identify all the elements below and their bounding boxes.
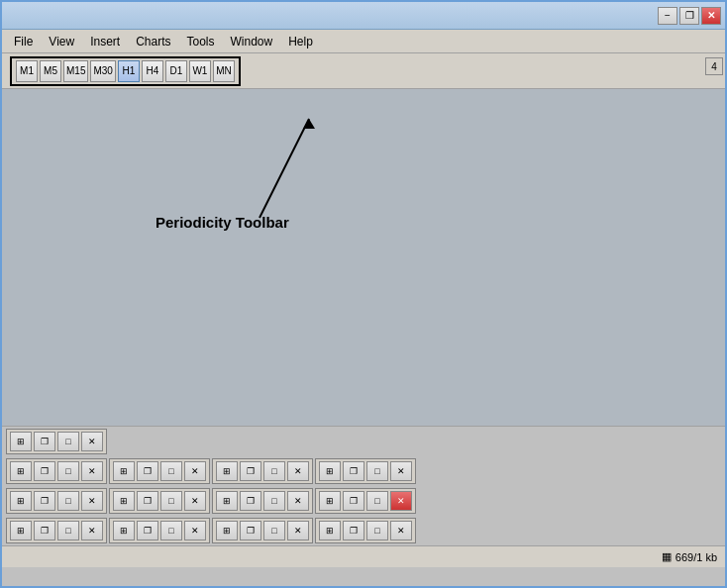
minimize-btn[interactable]: □ <box>57 491 79 511</box>
tab-group-4-3: ⊞ ❐ □ ✕ <box>212 518 313 543</box>
restore-btn[interactable]: ❐ <box>137 521 158 540</box>
restore-btn[interactable]: ❐ <box>343 521 364 540</box>
close-btn[interactable]: ✕ <box>81 521 103 540</box>
tab-group-4-4: ⊞ ❐ □ ✕ <box>315 518 416 543</box>
chart-icon-btn[interactable]: ⊞ <box>10 491 32 511</box>
restore-btn[interactable]: ❐ <box>240 521 261 540</box>
restore-btn[interactable]: ❐ <box>240 461 261 481</box>
window-controls: − ❐ ✕ <box>658 7 721 25</box>
minimize-button[interactable]: − <box>658 7 677 25</box>
minimize-btn[interactable]: □ <box>160 461 182 481</box>
menu-item-tools[interactable]: Tools <box>179 33 223 50</box>
minimize-btn[interactable]: □ <box>263 521 285 540</box>
restore-btn[interactable]: ❐ <box>34 491 55 511</box>
periodicity-toolbar: M1M5M15M30H1H4D1W1MN <box>10 56 241 86</box>
taskbar-row-3: ⊞ ❐ □ ✕ ⊞ ❐ □ ✕ ⊞ ❐ □ ✕ ⊞ ❐ □ ✕ <box>2 486 725 516</box>
tab-group: ⊞ ❐ □ ✕ <box>6 429 107 454</box>
restore-btn[interactable]: ❐ <box>137 461 158 481</box>
minimize-btn[interactable]: □ <box>160 521 182 540</box>
close-btn[interactable]: ✕ <box>81 461 103 481</box>
minimize-btn[interactable]: □ <box>366 521 388 540</box>
close-btn[interactable]: ✕ <box>184 461 206 481</box>
toolbar-badge: 4 <box>705 57 723 75</box>
chart-icon-btn[interactable]: ⊞ <box>216 491 238 511</box>
chart-icon-btn[interactable]: ⊞ <box>113 461 135 481</box>
close-btn[interactable]: ✕ <box>287 521 309 540</box>
period-btn-m5[interactable]: M5 <box>40 60 61 82</box>
close-btn[interactable]: ✕ <box>390 521 412 540</box>
tab-group-3-1: ⊞ ❐ □ ✕ <box>6 488 107 514</box>
tab-group-2-2: ⊞ ❐ □ ✕ <box>109 458 210 484</box>
close-red-btn[interactable]: ✕ <box>390 491 412 511</box>
chart-icon-btn[interactable]: ⊞ <box>10 432 32 451</box>
menu-item-window[interactable]: Window <box>223 33 281 50</box>
minimize-btn[interactable]: □ <box>263 491 285 511</box>
chart-icon-btn[interactable]: ⊞ <box>10 461 32 481</box>
minimize-btn[interactable]: □ <box>57 432 79 451</box>
tab-group-4-1: ⊞ ❐ □ ✕ <box>6 518 107 543</box>
chart-icon-btn[interactable]: ⊞ <box>319 461 341 481</box>
tab-group-3-3: ⊞ ❐ □ ✕ <box>212 488 313 514</box>
close-btn[interactable]: ✕ <box>184 491 206 511</box>
restore-btn[interactable]: ❐ <box>34 521 55 540</box>
tab-group-2-1: ⊞ ❐ □ ✕ <box>6 458 107 484</box>
menu-item-charts[interactable]: Charts <box>128 33 178 50</box>
minimize-btn[interactable]: □ <box>366 461 388 481</box>
minimize-btn[interactable]: □ <box>57 461 79 481</box>
restore-btn[interactable]: ❐ <box>343 461 364 481</box>
svg-marker-1 <box>303 119 315 129</box>
annotation-label: Periodicity Toolbar <box>156 214 289 231</box>
minimize-btn[interactable]: □ <box>57 521 79 540</box>
restore-btn[interactable]: ❐ <box>240 491 261 511</box>
close-btn[interactable]: ✕ <box>81 432 103 451</box>
restore-button[interactable]: ❐ <box>679 7 699 25</box>
taskbar-row-1: ⊞ ❐ □ ✕ <box>2 427 725 456</box>
menu-bar: FileViewInsertChartsToolsWindowHelp <box>2 30 725 53</box>
annotation-arrow: Periodicity Toolbar <box>61 99 359 297</box>
close-btn[interactable]: ✕ <box>81 491 103 511</box>
bottom-area: ⊞ ❐ □ ✕ ⊞ ❐ □ ✕ ⊞ ❐ □ ✕ ⊞ ❐ □ ✕ ⊞ ❐ □ <box>2 426 725 545</box>
chart-icon-btn[interactable]: ⊞ <box>10 521 32 540</box>
restore-btn[interactable]: ❐ <box>34 461 55 481</box>
tab-group-4-2: ⊞ ❐ □ ✕ <box>109 518 210 543</box>
close-btn[interactable]: ✕ <box>287 461 309 481</box>
menu-item-help[interactable]: Help <box>280 33 321 50</box>
main-area: Periodicity Toolbar <box>2 89 725 426</box>
chart-icon-btn[interactable]: ⊞ <box>216 461 238 481</box>
close-btn[interactable]: ✕ <box>184 521 206 540</box>
tab-group-3-2: ⊞ ❐ □ ✕ <box>109 488 210 514</box>
restore-btn[interactable]: ❐ <box>343 491 364 511</box>
period-btn-m15[interactable]: M15 <box>63 60 88 82</box>
close-btn[interactable]: ✕ <box>287 491 309 511</box>
menu-item-view[interactable]: View <box>41 33 82 50</box>
chart-icon-btn[interactable]: ⊞ <box>113 491 135 511</box>
restore-btn[interactable]: ❐ <box>34 432 55 451</box>
menu-item-insert[interactable]: Insert <box>82 33 128 50</box>
period-btn-h1[interactable]: H1 <box>118 60 140 82</box>
chart-status-icon: ▦ <box>662 550 672 563</box>
svg-line-0 <box>260 119 309 218</box>
status-bar: ▦ 669/1 kb <box>2 545 725 567</box>
minimize-btn[interactable]: □ <box>263 461 285 481</box>
chart-icon-btn[interactable]: ⊞ <box>216 521 238 540</box>
period-btn-h4[interactable]: H4 <box>142 60 163 82</box>
title-bar: − ❐ ✕ <box>2 2 725 30</box>
menu-item-file[interactable]: File <box>6 33 41 50</box>
minimize-btn[interactable]: □ <box>160 491 182 511</box>
tab-group-2-3: ⊞ ❐ □ ✕ <box>212 458 313 484</box>
toolbar-area: M1M5M15M30H1H4D1W1MN 4 <box>2 53 725 89</box>
period-btn-m30[interactable]: M30 <box>90 60 115 82</box>
period-btn-w1[interactable]: W1 <box>189 60 211 82</box>
close-btn[interactable]: ✕ <box>390 461 412 481</box>
period-btn-mn[interactable]: MN <box>213 60 235 82</box>
minimize-btn[interactable]: □ <box>366 491 388 511</box>
period-btn-d1[interactable]: D1 <box>165 60 187 82</box>
period-btn-m1[interactable]: M1 <box>16 60 38 82</box>
close-button[interactable]: ✕ <box>701 7 721 25</box>
chart-icon-btn[interactable]: ⊞ <box>113 521 135 540</box>
restore-btn[interactable]: ❐ <box>137 491 158 511</box>
chart-icon-btn[interactable]: ⊞ <box>319 521 341 540</box>
tab-group-3-4: ⊞ ❐ □ ✕ <box>315 488 416 514</box>
tab-group-2-4: ⊞ ❐ □ ✕ <box>315 458 416 484</box>
chart-icon-btn[interactable]: ⊞ <box>319 491 341 511</box>
